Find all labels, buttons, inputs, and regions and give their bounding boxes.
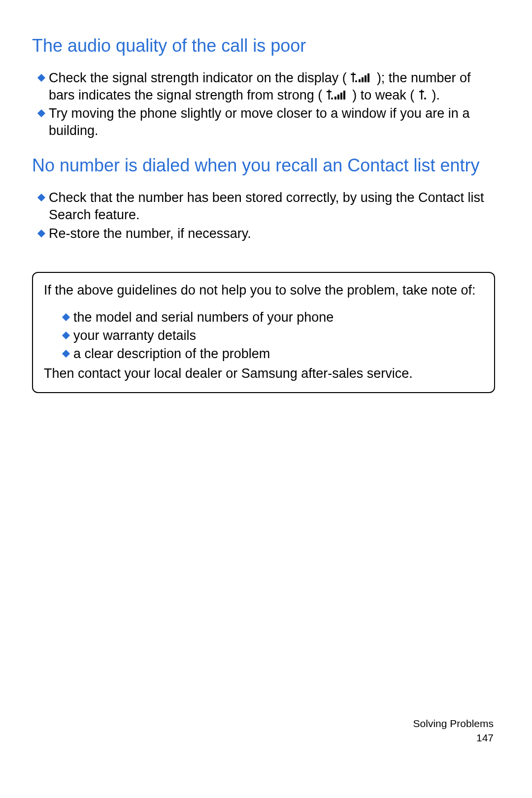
diamond-bullet-icon [62, 313, 70, 322]
bullet-text: the model and serial numbers of your pho… [73, 309, 483, 326]
text-part: ). [432, 88, 440, 102]
list-item: Re-store the number, if necessary. [37, 225, 495, 242]
svg-rect-13 [340, 93, 342, 100]
chapter-title: Solving Problems [413, 717, 494, 731]
bullet-text: Check the signal strength indicator on t… [49, 69, 495, 104]
svg-marker-18 [37, 109, 45, 117]
list-item: a clear description of the problem [62, 345, 483, 363]
signal-full-icon [327, 89, 348, 100]
list-item: Try moving the phone slightly or move cl… [37, 105, 495, 139]
list-item: Check that the number has been stored co… [37, 189, 495, 224]
svg-marker-21 [62, 313, 70, 321]
page-number: 147 [413, 731, 494, 745]
page-footer: Solving Problems 147 [413, 717, 494, 745]
svg-rect-11 [334, 97, 336, 100]
note-outro: Then contact your local dealer or Samsun… [44, 365, 483, 383]
diamond-bullet-icon [62, 331, 70, 340]
list-item: Check the signal strength indicator on t… [37, 69, 495, 104]
note-intro: If the above guidelines do not help you … [44, 282, 483, 299]
text-part: ) to weak ( [352, 88, 414, 102]
svg-point-3 [355, 80, 357, 82]
bullet-text: your warranty details [73, 327, 483, 344]
bullet-text: Check that the number has been stored co… [49, 189, 495, 224]
svg-point-17 [424, 98, 426, 100]
svg-rect-12 [337, 95, 339, 100]
list-item: your warranty details [62, 327, 483, 344]
signal-weak-icon [419, 89, 428, 100]
diamond-bullet-icon [37, 73, 46, 82]
svg-rect-5 [362, 77, 364, 82]
bullet-text: Try moving the phone slightly or move cl… [49, 105, 495, 139]
heading-audio-quality: The audio quality of the call is poor [32, 34, 495, 57]
svg-marker-22 [62, 332, 70, 339]
note-box: If the above guidelines do not help you … [32, 272, 495, 394]
text-part: Check the signal strength indicator on t… [49, 70, 347, 85]
diamond-bullet-icon [37, 193, 46, 202]
svg-marker-23 [62, 350, 70, 358]
heading-no-number-dialed: No number is dialed when you recall an C… [32, 154, 495, 176]
bullet-text: a clear description of the problem [73, 345, 483, 363]
svg-rect-14 [343, 91, 345, 100]
signal-full-icon [351, 71, 372, 83]
svg-point-10 [331, 98, 333, 100]
diamond-bullet-icon [37, 229, 46, 238]
svg-marker-19 [37, 194, 45, 201]
note-list: the model and serial numbers of your pho… [62, 309, 483, 363]
bullet-text: Re-store the number, if necessary. [49, 225, 495, 242]
list-item: the model and serial numbers of your pho… [62, 309, 483, 326]
svg-rect-7 [367, 73, 369, 82]
diamond-bullet-icon [62, 349, 70, 358]
svg-rect-4 [359, 79, 361, 82]
svg-rect-6 [365, 75, 366, 82]
list-audio-quality: Check the signal strength indicator on t… [37, 69, 495, 139]
svg-marker-20 [37, 229, 45, 237]
diamond-bullet-icon [37, 109, 46, 118]
list-no-number: Check that the number has been stored co… [37, 189, 495, 242]
svg-marker-0 [37, 74, 45, 82]
